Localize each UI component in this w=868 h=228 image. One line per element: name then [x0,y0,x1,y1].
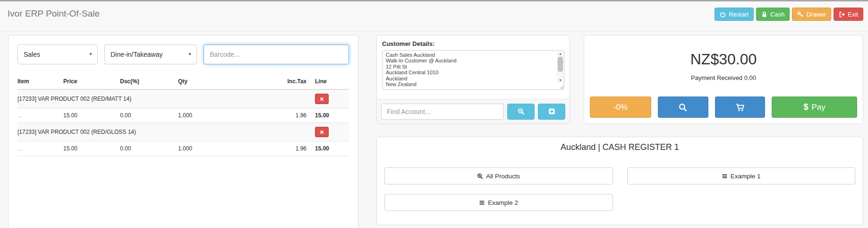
item-name: [17233] VAR PRODUCT 002 (RED/GLOSS 14) [17,123,306,141]
restart-button[interactable]: Restart [715,8,754,21]
item-qty[interactable]: 1.000 [178,108,236,123]
textarea-scrollbar[interactable]: ▲ ▼ [557,51,563,83]
item-detail-row: ... 15.00 0.00 1.000 1.96 15.00 [17,108,349,123]
payment-received: Payment Received 0.00 [584,74,863,81]
col-inctax: Inc.Tax [236,74,306,89]
search-plus-icon [477,173,483,179]
restart-label: Restart [729,11,749,18]
pos-app: Ivor ERP Point-Of-Sale Restart Cash Draw… [0,0,868,228]
cash-label: Cash [770,11,784,18]
close-icon [320,130,324,134]
col-item: Item [17,74,63,89]
find-account-button[interactable] [507,104,535,120]
dollar-icon: $ [803,102,808,112]
item-dsc[interactable]: 0.00 [120,108,178,123]
item-name-row: [17233] VAR PRODUCT 002 (RED/GLOSS 14) [17,123,349,141]
plus-square-icon [548,108,555,115]
order-mode-value: Dine-in/Takeaway [111,51,163,58]
sale-type-select[interactable]: Sales ▼ [17,44,98,64]
category-all-products-button[interactable]: All Products [384,167,613,184]
search-plus-icon [518,108,525,115]
exit-button[interactable]: Exit [834,8,863,21]
search-sale-button[interactable] [658,96,708,118]
app-title: Ivor ERP Point-Of-Sale [8,9,100,19]
payment-actions: -0% $ Pay [590,96,857,118]
item-detail-ellipsis[interactable]: ... [17,108,63,123]
app-header: Ivor ERP Point-Of-Sale Restart Cash Draw… [0,1,868,31]
customer-panel-footer [377,99,570,123]
customer-panel: Customer Details: Cash Sales Auckland Wa… [376,35,570,124]
item-name: [17233] VAR PRODUCT 002 (RED/MATT 14) [17,89,306,108]
item-price[interactable]: 15.00 [63,141,120,156]
list-icon [722,173,728,179]
sale-controls: Sales ▼ Dine-in/Takeaway ▼ [17,44,349,64]
cart-button[interactable] [715,96,766,118]
exit-label: Exit [848,11,858,18]
drawer-button[interactable]: Drawer [792,8,831,21]
col-price: Price [63,74,120,89]
register-panel: Auckland | CASH REGISTER 1 All Products … [376,137,863,225]
power-icon [720,11,726,18]
category-label: Example 1 [731,173,761,180]
item-dsc[interactable]: 0.00 [120,141,178,156]
item-inctax: 1.96 [236,108,306,123]
register-title: Auckland | CASH REGISTER 1 [377,142,863,152]
sale-total: NZ$30.00 [584,51,863,68]
table-header-row: Item Price Dsc(%) Qty Inc.Tax Line [17,74,349,89]
list-icon [479,200,485,206]
cash-button[interactable]: Cash [756,8,790,21]
sale-type-value: Sales [24,51,40,58]
scroll-up-icon[interactable]: ▲ [557,51,563,56]
pay-button[interactable]: $ Pay [772,96,857,118]
cart-icon [736,103,744,112]
item-line-total: 15.00 [306,141,349,156]
payment-panel: NZ$30.00 Payment Received 0.00 -0% $ Pay [584,35,863,124]
scrollbar-thumb[interactable] [558,57,563,72]
barcode-input[interactable] [204,44,349,64]
caret-down-icon: ▼ [89,45,93,64]
discount-button[interactable]: -0% [590,96,651,118]
remove-line-button[interactable] [315,127,329,137]
category-grid: All Products Example 1 Example 2 [377,167,863,211]
caret-down-icon: ▼ [188,45,192,64]
pay-label: Pay [811,103,825,112]
category-example2-button[interactable]: Example 2 [384,194,613,211]
category-label: All Products [486,173,520,180]
sale-items-table: Item Price Dsc(%) Qty Inc.Tax Line [1723… [17,74,349,156]
col-dsc: Dsc(%) [120,74,178,89]
item-inctax: 1.96 [236,141,306,156]
scroll-down-icon[interactable]: ▼ [557,78,563,83]
item-name-row: [17233] VAR PRODUCT 002 (RED/MATT 14) [17,89,349,108]
drawer-label: Drawer [806,11,826,18]
item-price[interactable]: 15.00 [63,108,120,123]
lock-icon [761,11,767,18]
item-qty[interactable]: 1.000 [178,141,236,156]
remove-line-button[interactable] [315,94,329,104]
header-actions: Restart Cash Drawer Exit [715,8,863,21]
item-detail-row: ... 15.00 0.00 1.000 1.96 15.00 [17,141,349,156]
close-icon [320,97,324,101]
add-account-button[interactable] [538,104,565,120]
customer-details-label: Customer Details: [382,40,564,47]
item-line-total: 15.00 [306,108,349,123]
category-label: Example 2 [488,199,518,206]
key-icon [797,11,803,18]
category-example1-button[interactable]: Example 1 [627,167,856,184]
col-qty: Qty [178,74,236,89]
customer-details-text: Cash Sales Auckland Walk-In Customer @ A… [383,51,564,87]
order-mode-select[interactable]: Dine-in/Takeaway ▼ [104,44,197,64]
sign-out-icon [839,11,845,18]
customer-details-textarea[interactable]: Cash Sales Auckland Walk-In Customer @ A… [382,50,564,90]
item-detail-ellipsis[interactable]: ... [17,141,63,156]
find-account-input[interactable] [381,104,504,120]
search-icon [679,103,687,112]
sale-panel: Sales ▼ Dine-in/Takeaway ▼ Item Price Ds… [8,35,358,228]
col-line: Line [306,74,349,89]
